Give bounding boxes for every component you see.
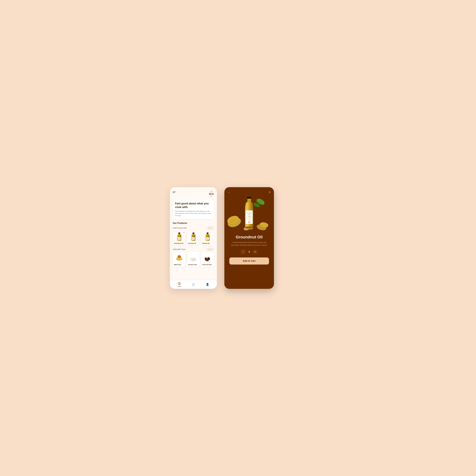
pops-grid: ♡ Millet Pops <box>173 252 214 267</box>
right-header: ← ♥ <box>224 187 274 195</box>
svg-point-25 <box>178 256 179 257</box>
quantity-value: 1 <box>248 250 250 253</box>
favorite-icon-millet[interactable]: ♡ <box>183 253 185 255</box>
sesame-pops-label: Sesame Pops <box>188 264 199 265</box>
quantity-decrease-button[interactable]: − <box>241 250 245 254</box>
svg-point-59 <box>245 226 253 228</box>
product-bottle-svg: GROUNDNUT OIL The Bele Co. <box>242 197 256 231</box>
product-card-coconut[interactable]: ♡ The <box>187 230 200 246</box>
svg-rect-2 <box>178 233 180 234</box>
add-to-cart-button[interactable]: Add to Cart <box>229 257 269 265</box>
svg-point-32 <box>191 258 193 260</box>
svg-rect-9 <box>192 233 194 234</box>
svg-text:Bele: Bele <box>248 222 250 223</box>
svg-text:Co.: Co. <box>179 239 180 240</box>
millet-pops-label: Millet Pops <box>174 264 185 265</box>
home-label: Home <box>178 286 181 287</box>
cart-icon: 🛒 <box>192 283 195 286</box>
coconut-oil-bottle-img: The Bele Co. <box>190 232 197 241</box>
screens-container: The Bele Co. Feel good about what you co… <box>170 187 306 289</box>
nav-cart[interactable]: 🛒 <box>192 283 195 286</box>
profile-icon: 👤 <box>206 283 209 286</box>
product-card-millet[interactable]: ♡ Millet Pops <box>173 252 186 267</box>
svg-text:Co.: Co. <box>249 223 250 224</box>
our-products-title: Our Products <box>173 222 214 224</box>
almond-oil-bottle-img: The Bele Co. <box>204 232 211 241</box>
favorite-icon-sesame[interactable]: ♡ <box>197 253 199 255</box>
svg-rect-16 <box>207 233 208 234</box>
quantity-increase-button[interactable]: + <box>253 250 257 254</box>
groundnut-oil-label: Groundnut Oil <box>174 243 185 244</box>
svg-text:Co.: Co. <box>207 239 208 240</box>
svg-rect-56 <box>247 197 251 199</box>
product-description: A natural antioxidant and the secret to … <box>231 241 268 247</box>
favorite-icon-groundnut[interactable]: ♥ <box>184 232 185 234</box>
svg-point-40 <box>206 258 207 258</box>
pops-section-title: Delectable Pops <box>173 248 186 250</box>
favorite-button[interactable]: ♥ <box>269 191 271 194</box>
svg-point-41 <box>208 257 208 258</box>
home-icon: 🏠 <box>178 282 181 285</box>
flaxseed-pops-img <box>204 254 212 262</box>
cold-pressed-grid: ♥ <box>173 230 214 246</box>
product-hero-area: GROUNDNUT OIL The Bele Co. <box>224 195 274 232</box>
svg-point-36 <box>206 259 209 261</box>
flaxseed-pops-label: Flaxseed Pops <box>202 264 213 265</box>
back-button[interactable]: ← <box>228 191 230 193</box>
left-header: The Bele Co. <box>173 191 214 197</box>
bottom-nav: 🏠 Home 🛒 👤 <box>170 280 217 289</box>
nav-profile[interactable]: 👤 <box>206 283 209 286</box>
groundnut-oil-bottle-img: The Bele Co. <box>176 232 183 241</box>
favorite-icon-almond[interactable]: ♡ <box>211 232 213 234</box>
product-card-groundnut[interactable]: ♥ <box>173 230 186 246</box>
cold-pressed-section-header: Cold Pressed Oils See All <box>173 227 214 229</box>
favorite-icon-flaxseed[interactable]: ♡ <box>211 253 213 255</box>
logo: The Bele Co. <box>209 191 214 197</box>
svg-point-38 <box>207 257 210 259</box>
screen-left: The Bele Co. Feel good about what you co… <box>170 187 217 289</box>
coconut-oil-label: Coconut Oil <box>188 243 199 244</box>
svg-point-42 <box>209 258 209 258</box>
favorite-icon-coconut[interactable]: ♡ <box>197 232 199 234</box>
product-card-almond[interactable]: ♡ The <box>201 230 214 246</box>
cold-pressed-title: Cold Pressed Oils <box>173 227 187 229</box>
groundnut-img-area: The Bele Co. <box>174 232 185 242</box>
nav-home[interactable]: 🏠 Home <box>178 282 181 287</box>
svg-text:Co.: Co. <box>193 239 194 240</box>
logo-bele: Bele <box>209 192 214 195</box>
product-name: Groundnut Oil <box>236 235 263 239</box>
sesame-pops-img <box>189 254 197 262</box>
svg-text:The: The <box>249 221 250 222</box>
almond-oil-label: Almond Oil <box>202 243 213 244</box>
hero-title: Feel good about what you cook with <box>175 202 212 209</box>
pops-section-header: Delectable Pops See All <box>173 248 214 251</box>
svg-point-26 <box>180 256 180 257</box>
svg-point-30 <box>195 259 196 261</box>
product-card-sesame[interactable]: ♡ Sesame Pops <box>187 252 200 267</box>
svg-point-33 <box>193 257 195 259</box>
hamburger-icon[interactable] <box>173 192 175 193</box>
millet-pops-img <box>175 254 183 262</box>
hero-section: Feel good about what you cook with Refre… <box>173 199 214 219</box>
screen-right: ← ♥ <box>224 187 274 289</box>
product-card-flaxseed[interactable]: ♡ <box>201 252 214 267</box>
svg-rect-27 <box>179 255 180 257</box>
quantity-row: − 1 + <box>241 250 257 254</box>
svg-rect-57 <box>247 199 251 202</box>
hero-description: Refreshing flavors and lighter than othe… <box>175 210 212 217</box>
svg-rect-67 <box>246 207 247 226</box>
cold-pressed-see-all[interactable]: See All <box>206 227 214 229</box>
svg-point-37 <box>204 257 207 260</box>
svg-point-31 <box>192 260 194 261</box>
svg-text:GROUNDNUT: GROUNDNUT <box>246 213 252 214</box>
pops-see-all[interactable]: See All <box>206 248 214 251</box>
logo-co: Co. <box>209 195 214 197</box>
product-bottle-container: GROUNDNUT OIL The Bele Co. <box>242 197 256 232</box>
product-detail-section: Groundnut Oil A natural antioxidant and … <box>224 232 274 289</box>
svg-point-39 <box>206 258 206 259</box>
